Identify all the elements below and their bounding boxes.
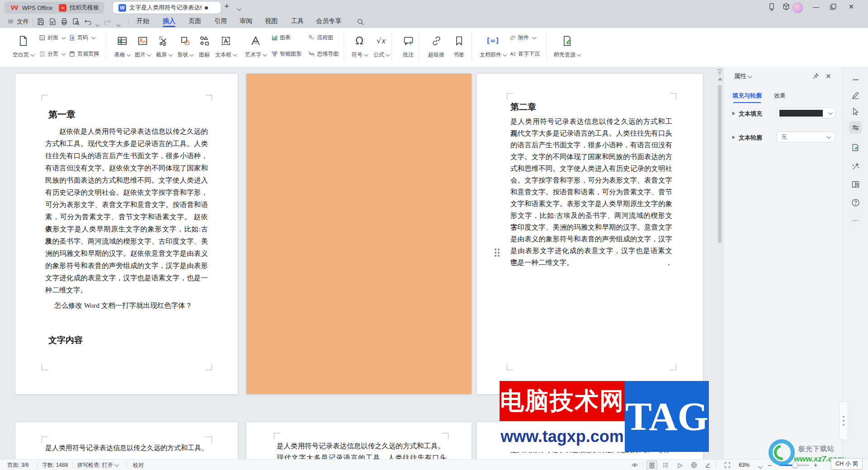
more-options-icon[interactable]: ⋯: [849, 214, 862, 227]
scroll-up-arrow[interactable]: [718, 77, 722, 80]
panel-close-icon[interactable]: ✕: [826, 72, 831, 80]
collapse-panel-icon[interactable]: [849, 73, 862, 86]
zoom-out-button[interactable]: −: [768, 460, 772, 470]
outline-view-icon[interactable]: [661, 461, 671, 470]
smartart-button[interactable]: 智能图形: [271, 48, 302, 60]
book-search-icon[interactable]: [849, 178, 862, 191]
search-icon[interactable]: [355, 16, 366, 27]
properties-sliders-icon[interactable]: [849, 121, 862, 134]
docker-pane-icon[interactable]: [849, 141, 862, 154]
spellcheck-status[interactable]: 拼写检查: 打开: [77, 460, 118, 470]
web-layout-icon[interactable]: [689, 461, 699, 470]
body-line: 方式和工具。现代文字大多是记录语言的工具。人类: [45, 137, 208, 150]
expand-caret-icon[interactable]: [732, 112, 735, 115]
quickbar-more-chevron-icon[interactable]: [115, 20, 119, 28]
tab-list-chevron-icon[interactable]: [236, 5, 240, 13]
outline-value: 无: [781, 133, 787, 141]
panel-title[interactable]: 属性: [734, 72, 751, 80]
hyperlink-button[interactable]: 超链接: [424, 31, 449, 64]
menu-tab-member[interactable]: 会员专享: [314, 15, 343, 27]
menu-tab-home[interactable]: 开始: [135, 15, 151, 27]
zoom-chevron-icon[interactable]: [757, 464, 761, 470]
select-cursor-icon[interactable]: [849, 105, 862, 118]
mobile-sync-icon[interactable]: [764, 0, 779, 14]
zoom-level[interactable]: 63%: [739, 460, 750, 470]
file-menu[interactable]: 文件: [7, 15, 29, 28]
writer-doc-icon: W: [118, 4, 126, 12]
wordart-button[interactable]: 艺术字: [241, 31, 269, 64]
page-nav-icon[interactable]: [717, 69, 723, 75]
pagenum-headerfooter-stack: 页码 页眉页脚: [69, 32, 99, 60]
menu-tab-page[interactable]: 页面: [187, 15, 203, 27]
expand-caret-icon[interactable]: [732, 136, 735, 139]
margin-mark: [670, 364, 676, 370]
close-button[interactable]: ✕: [844, 0, 859, 14]
redo-button[interactable]: [101, 16, 112, 27]
magic-wand-icon[interactable]: [849, 160, 862, 173]
header-footer-button[interactable]: 页眉页脚: [69, 48, 99, 60]
blank-page-button[interactable]: 空白页: [11, 31, 35, 64]
text-fill-dropdown[interactable]: [777, 108, 835, 118]
eye-protect-icon[interactable]: [630, 461, 640, 470]
undo-button[interactable]: [83, 16, 94, 27]
minimize-button[interactable]: —: [808, 0, 824, 14]
comment-icon: [402, 33, 415, 48]
tab-fill-outline[interactable]: 填充与轮廓: [732, 92, 762, 100]
user-avatar[interactable]: [793, 3, 803, 13]
page-view-icon[interactable]: [646, 461, 657, 470]
tab-effect[interactable]: 效果: [774, 92, 786, 100]
proofread-button[interactable]: 校对: [133, 460, 144, 470]
page-2-orange-fill[interactable]: [246, 74, 472, 394]
menu-tab-reference[interactable]: 引用: [212, 15, 229, 27]
flowchart-button[interactable]: 流程图: [308, 32, 339, 43]
textbox-button[interactable]: 文本框: [212, 31, 240, 64]
save-button[interactable]: [35, 16, 46, 27]
tab-wps-home[interactable]: WPS Office: [5, 2, 58, 14]
new-tab-button[interactable]: +: [224, 1, 229, 11]
docker-resources-button[interactable]: 稻壳资源: [550, 31, 584, 64]
page-number-icon: [69, 34, 75, 41]
drop-cap-button[interactable]: 首字下沉: [509, 48, 540, 60]
fullscreen-icon[interactable]: [722, 461, 732, 470]
flowchart-mindmap-stack: 流程图 思维导图: [308, 32, 339, 60]
menu-tab-review[interactable]: 审阅: [238, 15, 254, 27]
page-break-button[interactable]: 分页: [39, 48, 65, 60]
watermark-tag-text: TAG: [625, 394, 708, 439]
page-number-button[interactable]: 页码: [69, 32, 99, 43]
ime-language-chip[interactable]: CH 小 简: [831, 458, 863, 470]
collapsed-pane-handle[interactable]: [839, 401, 847, 440]
pin-icon[interactable]: [812, 72, 820, 82]
tab-docker-template[interactable]: ⌁ 找稻壳模板: [53, 2, 104, 14]
print-preview-button[interactable]: [71, 16, 81, 27]
doc-part-button[interactable]: [=]文档部件: [477, 31, 509, 64]
mindmap-button[interactable]: 思维导图: [308, 48, 339, 60]
paperclip-icon: [509, 34, 516, 41]
tab-document[interactable]: W 文字是人类用符号记录表达信息以: [113, 2, 221, 14]
restore-button[interactable]: [826, 0, 841, 14]
textbox-icon: [220, 33, 232, 48]
export-button[interactable]: [47, 16, 58, 27]
text-outline-dropdown[interactable]: 无: [777, 132, 835, 142]
chart-button[interactable]: 图表: [271, 32, 302, 43]
word-count[interactable]: 字数: 1488: [42, 460, 68, 470]
play-slideshow-icon[interactable]: ▷: [675, 461, 685, 470]
formula-button[interactable]: √𝑥公式: [368, 31, 394, 64]
help-icon[interactable]: [849, 196, 862, 209]
vertical-scrollbar[interactable]: [718, 85, 722, 243]
undo-chevron-icon[interactable]: [94, 20, 98, 28]
print-button[interactable]: [59, 16, 70, 27]
cover-button[interactable]: 封面: [39, 32, 65, 43]
edit-pen-icon[interactable]: [849, 89, 862, 101]
menu-tab-tools[interactable]: 工具: [289, 15, 306, 27]
textbox-drag-handle[interactable]: [495, 249, 501, 258]
watermark-url-banner: www.tagxp.com: [500, 421, 625, 452]
comment-button[interactable]: 批注: [396, 31, 420, 64]
widgets-cube-icon[interactable]: [778, 0, 794, 14]
doc-part-icon: [=]: [487, 33, 499, 48]
attachment-button[interactable]: 附件: [509, 32, 540, 43]
menu-tab-insert[interactable]: 插入: [161, 15, 177, 27]
margin-mark: [206, 437, 212, 443]
menu-tab-view[interactable]: 视图: [263, 15, 279, 27]
ink-pen-icon[interactable]: [703, 461, 713, 470]
bookmark-button[interactable]: 书签: [447, 31, 471, 64]
